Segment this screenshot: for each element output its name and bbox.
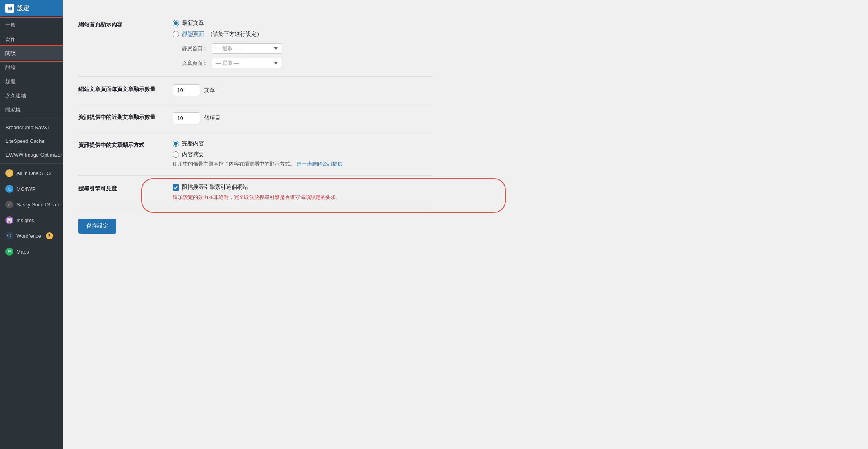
maps-icon: 🗺 [5, 248, 13, 256]
submit-row: 儲存設定 [78, 209, 432, 243]
radio-latest-posts[interactable]: 最新文章 [173, 20, 432, 27]
radio-full-input[interactable] [173, 141, 179, 147]
feed-type-row: 資訊提供中的文章顯示方式 完整內容 內容摘要 使用中的佈景主題掌控了內容在瀏覽器… [78, 132, 432, 176]
feed-posts-input[interactable] [173, 112, 200, 124]
static-homepage-select-row: 靜態首頁： — 選取 — [182, 43, 432, 54]
sidebar-item-label: Breadcrumb NavXT [5, 124, 50, 130]
feed-posts-label: 資訊提供中的近期文章顯示數量 [78, 112, 173, 121]
sidebar-item-label: Wordfence [16, 233, 41, 239]
search-visibility-help: 這項設定的效力並非絕對，完全取決於搜尋引擎是否遵守這項設定的要求。 [173, 194, 341, 201]
sidebar-divider [0, 119, 63, 119]
feed-posts-row: 資訊提供中的近期文章顯示數量 個項目 [78, 104, 432, 132]
sidebar-item-writing[interactable]: 寫作 [0, 32, 63, 46]
posts-page-select-row: 文章頁面： — 選取 — [182, 58, 432, 68]
search-visibility-checkbox-item: 阻擋搜尋引擎索引這個網站 [173, 184, 341, 191]
radio-latest-input[interactable] [173, 20, 179, 26]
sidebar-item-aioseo[interactable]: ⚙ All in One SEO [0, 165, 63, 181]
search-visibility-label: 搜尋引擎可見度 [78, 184, 173, 192]
sidebar-item-reading[interactable]: 閱讀 [0, 46, 63, 60]
sidebar-item-discussion[interactable]: 討論 [0, 60, 63, 75]
save-settings-button[interactable]: 儲存設定 [78, 219, 116, 234]
aioseo-icon: ⚙ [5, 169, 13, 177]
posts-page-select[interactable]: — 選取 — [212, 58, 282, 68]
settings-icon: ⊞ [5, 4, 14, 13]
posts-per-page-input-row: 文章 [173, 84, 432, 96]
search-visibility-checkbox[interactable] [173, 184, 179, 191]
wordfence-icon: 🛡 [5, 232, 13, 240]
sassy-icon: ⤢ [5, 201, 13, 208]
homepage-display-control: 最新文章 靜態頁面 （請於下方進行設定） 靜態首頁： — 選取 — [173, 20, 432, 68]
sidebar-item-breadcrumb[interactable]: Breadcrumb NavXT [0, 120, 63, 134]
sidebar-item-general[interactable]: 一般 [0, 18, 63, 32]
posts-page-label: 文章頁面： [182, 60, 208, 67]
feed-type-control: 完整內容 內容摘要 使用中的佈景主題掌控了內容在瀏覽器中的顯示方式。 進一步瞭解… [173, 140, 432, 168]
homepage-display-row: 網站首頁顯示內容 最新文章 靜態頁面 （請於下方進行設定） 靜態首頁： [78, 12, 432, 77]
sidebar-item-maps[interactable]: 🗺 Maps [0, 244, 63, 259]
sidebar-item-media[interactable]: 媒體 [0, 75, 63, 89]
wordfence-badge: 2 [46, 232, 53, 239]
radio-excerpt-label: 內容摘要 [182, 151, 204, 158]
sidebar-item-label: 討論 [5, 64, 16, 71]
radio-full-label: 完整內容 [182, 140, 204, 147]
sidebar-item-label: All in One SEO [16, 170, 51, 176]
homepage-radio-group: 最新文章 靜態頁面 （請於下方進行設定） [173, 20, 432, 38]
static-homepage-label: 靜態首頁： [182, 45, 208, 52]
sidebar-item-label: LiteSpeed Cache [5, 138, 45, 144]
radio-full-content[interactable]: 完整內容 [173, 140, 432, 147]
feed-type-label: 資訊提供中的文章顯示方式 [78, 140, 173, 149]
sidebar-item-label: 寫作 [5, 36, 16, 43]
sidebar-item-privacy[interactable]: 隱私權 [0, 103, 63, 117]
posts-per-page-input[interactable] [173, 84, 200, 96]
sidebar-item-label: 媒體 [5, 78, 16, 85]
sidebar-divider-2 [0, 163, 63, 164]
feed-posts-suffix: 個項目 [204, 115, 221, 122]
sidebar-item-label: Sassy Social Share [16, 202, 61, 208]
search-visibility-checkbox-label[interactable]: 阻擋搜尋引擎索引這個網站 [182, 184, 248, 191]
posts-per-page-row: 網站文章頁面每頁文章顯示數量 文章 [78, 77, 432, 104]
sidebar-item-label: Maps [16, 249, 29, 255]
mc4wp-icon: ◎ [5, 185, 13, 193]
static-homepage-select[interactable]: — 選取 — [212, 43, 282, 54]
sidebar-item-permalink[interactable]: 永久連結 [0, 89, 63, 103]
sidebar-item-litespeed[interactable]: LiteSpeed Cache [0, 134, 63, 148]
sidebar-navigation: 一般 寫作 閱讀 討論 媒體 永久連結 隱私權 Breadcrumb NavXT… [0, 16, 63, 261]
homepage-display-label: 網站首頁顯示內容 [78, 20, 173, 28]
static-page-link[interactable]: 靜態頁面 [182, 31, 204, 38]
search-visibility-checkbox-wrapper: 阻擋搜尋引擎索引這個網站 這項設定的效力並非絕對，完全取決於搜尋引擎是否遵守這項… [173, 184, 341, 201]
feed-type-help: 使用中的佈景主題掌控了內容在瀏覽器中的顯示方式。 進一步瞭解資訊提供 [173, 161, 432, 168]
search-visibility-control: 阻擋搜尋引擎索引這個網站 這項設定的效力並非絕對，完全取決於搜尋引擎是否遵守這項… [173, 184, 432, 201]
sidebar-title: 設定 [17, 5, 29, 12]
posts-per-page-label: 網站文章頁面每頁文章顯示數量 [78, 84, 173, 93]
sidebar-item-wordfence[interactable]: 🛡 Wordfence 2 [0, 228, 63, 244]
radio-excerpt[interactable]: 內容摘要 [173, 151, 432, 158]
insights-icon: 📊 [5, 216, 13, 224]
sidebar-item-label: 閱讀 [5, 50, 16, 57]
radio-static-suffix: （請於下方進行設定） [207, 31, 262, 38]
sidebar-item-label: EWWW Image Optimizer [5, 152, 62, 158]
feed-type-radio-group: 完整內容 內容摘要 [173, 140, 432, 158]
feed-posts-control: 個項目 [173, 112, 432, 124]
sidebar-item-sassy[interactable]: ⤢ Sassy Social Share [0, 197, 63, 212]
radio-static-input[interactable] [173, 31, 179, 37]
sidebar-item-ewww[interactable]: EWWW Image Optimizer [0, 148, 63, 162]
sidebar-item-label: 隱私權 [5, 106, 21, 113]
sidebar-item-label: 一般 [5, 22, 16, 29]
posts-per-page-control: 文章 [173, 84, 432, 96]
feed-posts-input-row: 個項目 [173, 112, 432, 124]
sidebar-item-label: MC4WP [16, 186, 35, 192]
sidebar-item-mc4wp[interactable]: ◎ MC4WP [0, 181, 63, 197]
sidebar-item-label: 永久連結 [5, 92, 26, 99]
sidebar-item-insights[interactable]: 📊 Insights [0, 212, 63, 228]
sidebar-header[interactable]: ⊞ 設定 [0, 0, 63, 16]
sidebar-item-label: Insights [16, 217, 34, 223]
radio-static-page[interactable]: 靜態頁面 （請於下方進行設定） [173, 31, 432, 38]
radio-latest-label: 最新文章 [182, 20, 204, 27]
feed-help-link[interactable]: 進一步瞭解資訊提供 [297, 161, 343, 167]
sidebar: ⊞ 設定 一般 寫作 閱讀 討論 媒體 永久連結 隱私權 Breadcrumb … [0, 0, 63, 449]
posts-per-page-suffix: 文章 [204, 87, 215, 94]
search-visibility-row: 搜尋引擎可見度 阻擋搜尋引擎索引這個網站 這項設定的效力並非絕對，完全取決於搜尋… [78, 176, 432, 209]
main-content: 網站首頁顯示內容 最新文章 靜態頁面 （請於下方進行設定） 靜態首頁： [63, 0, 868, 449]
radio-excerpt-input[interactable] [173, 151, 179, 158]
static-page-selects: 靜態首頁： — 選取 — 文章頁面： — 選取 — [173, 43, 432, 68]
settings-form: 網站首頁顯示內容 最新文章 靜態頁面 （請於下方進行設定） 靜態首頁： [78, 12, 432, 243]
